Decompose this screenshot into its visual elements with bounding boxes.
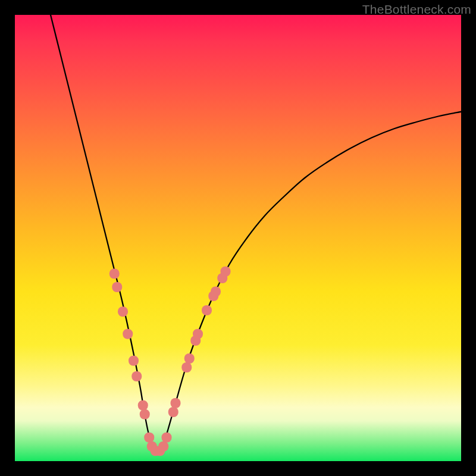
curve-marker	[144, 433, 154, 443]
curve-marker	[109, 269, 120, 279]
curve-markers	[109, 267, 231, 456]
curve-marker	[202, 305, 212, 315]
curve-marker	[140, 409, 150, 419]
curve-marker	[158, 441, 168, 452]
curve-marker	[184, 353, 195, 364]
curve-marker	[129, 356, 139, 366]
curve-svg	[15, 15, 461, 461]
chart-stage: TheBottleneck.com	[0, 0, 476, 476]
curve-marker	[168, 407, 178, 417]
curve-marker	[162, 433, 172, 443]
curve-marker	[123, 329, 133, 339]
curve-marker	[211, 287, 221, 297]
curve-marker	[181, 362, 192, 372]
curve-marker	[171, 398, 181, 408]
curve-marker	[112, 282, 122, 292]
curve-marker	[193, 329, 203, 339]
bottleneck-curve	[51, 15, 461, 452]
curve-marker	[221, 267, 231, 277]
curve-marker	[131, 371, 142, 381]
curve-marker	[138, 400, 148, 411]
curve-marker	[118, 306, 128, 317]
plot-area	[15, 15, 461, 461]
